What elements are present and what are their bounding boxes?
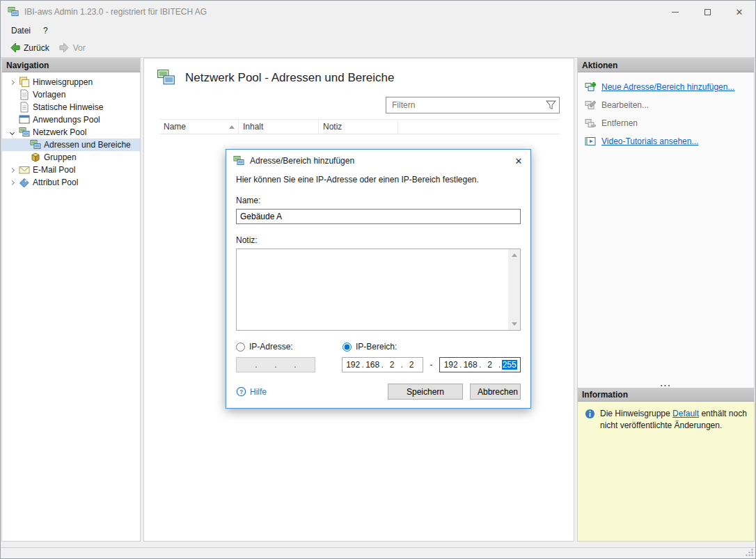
chevron-right-icon[interactable] (9, 79, 14, 84)
page-title: Netzwerk Pool - Adressen und Bereiche (185, 71, 395, 85)
tree-item-email-pool[interactable]: E-Mail Pool (2, 164, 140, 176)
action-label: Neue Adresse/Bereich hinzufügen... (601, 82, 734, 92)
tree-item-adressen-und-bereiche[interactable]: Adressen und Bereiche (2, 139, 140, 151)
range-end-field[interactable]: 192.168.2.255 (439, 357, 521, 372)
back-label: Zurück (24, 43, 49, 53)
action-edit[interactable]: Bearbeiten... (578, 96, 754, 114)
chevron-right-icon[interactable] (9, 180, 14, 184)
tree-label: Netzwerk Pool (33, 127, 86, 137)
svg-text:?: ? (239, 388, 243, 395)
forward-button[interactable]: Vor (54, 40, 90, 55)
close-icon: ✕ (736, 7, 743, 17)
range-start-field[interactable]: 192.168.2.2 (342, 357, 423, 372)
column-header-notiz[interactable]: Notiz (319, 120, 398, 134)
tree-label: Attribut Pool (33, 178, 78, 187)
network-icon (30, 139, 41, 150)
name-field[interactable] (236, 209, 521, 224)
tree-label: Anwendungs Pool (33, 115, 100, 125)
action-label: Bearbeiten... (601, 100, 649, 110)
tree-item-attribut-pool[interactable]: Attribut Pool (2, 176, 140, 189)
tree-label: Adressen und Bereiche (44, 140, 131, 150)
single-ip-field[interactable]: ... (236, 357, 315, 372)
tree-item-netzwerk-pool[interactable]: Netzwerk Pool (2, 126, 140, 139)
video-icon (585, 136, 596, 147)
document-icon (19, 102, 30, 113)
tree-item-anwendungs-pool[interactable]: Anwendungs Pool (2, 113, 140, 126)
information-header: Information (578, 388, 754, 402)
radio-ip-address[interactable]: IP-Adresse: (236, 342, 342, 352)
document-icon (19, 89, 30, 100)
action-remove[interactable]: Entfernen (578, 114, 754, 132)
envelope-icon (19, 164, 30, 175)
save-button[interactable]: Speichern (388, 384, 463, 400)
note-label: Notiz: (236, 235, 521, 245)
forward-label: Vor (73, 43, 86, 53)
filter-funnel-icon (546, 100, 556, 110)
resize-grip[interactable] (745, 548, 754, 557)
note-field[interactable] (237, 249, 508, 330)
menu-help[interactable]: ? (37, 24, 54, 38)
actions-panel: Aktionen Neue Adresse/Bereich hinzufügen… (577, 58, 755, 542)
network-icon (19, 127, 30, 138)
tree-label: Statische Hinweise (33, 102, 103, 112)
tree-item-vorlagen[interactable]: Vorlagen (2, 88, 140, 101)
notes-stack-icon (19, 77, 30, 88)
chevron-right-icon[interactable] (9, 167, 14, 172)
navigation-header: Navigation (2, 58, 140, 72)
help-icon: ? (236, 386, 246, 397)
app-icon (8, 6, 19, 17)
tree-label: E-Mail Pool (33, 165, 75, 175)
close-button[interactable]: ✕ (723, 1, 755, 23)
scroll-down-icon[interactable] (508, 318, 520, 330)
note-scrollbar[interactable] (508, 249, 520, 330)
action-label: Entfernen (601, 118, 638, 128)
toolbar: Zurück Vor (1, 38, 755, 58)
default-group-link[interactable]: Default (672, 409, 699, 418)
package-box-icon (30, 152, 41, 163)
tree-label: Hinweisgruppen (33, 77, 93, 87)
sort-ascending-icon (229, 125, 235, 129)
back-button[interactable]: Zurück (5, 40, 54, 55)
radio-ip-range[interactable]: IP-Bereich: (342, 342, 397, 352)
chevron-down-icon[interactable] (9, 129, 14, 134)
action-video-tutorials[interactable]: Video-Tutorials ansehen... (578, 132, 754, 150)
name-label: Name: (236, 196, 521, 205)
filter-box (386, 97, 560, 113)
network-icon (233, 155, 244, 166)
tag-icon (19, 177, 30, 188)
tree-item-gruppen[interactable]: Gruppen (2, 151, 140, 164)
maximize-button[interactable] (691, 1, 723, 23)
dialog-title: Adresse/Bereich hinzufügen (250, 156, 501, 166)
tree-item-statische-hinweise[interactable]: Statische Hinweise (2, 101, 140, 113)
cancel-button[interactable]: Abbrechen (470, 384, 521, 400)
dialog-description: Hier können Sie eine IP-Adresse oder ein… (236, 175, 521, 184)
ip-address-radio[interactable] (236, 343, 245, 352)
tree-item-hinweisgruppen[interactable]: Hinweisgruppen (2, 76, 140, 88)
status-bar (1, 547, 755, 558)
navigation-tree: Hinweisgruppen Vorlagen (2, 72, 140, 189)
column-header-name[interactable]: Name (159, 120, 239, 134)
help-link[interactable]: ? Hilfe (236, 386, 267, 397)
menu-datei[interactable]: Datei (5, 24, 37, 38)
network-add-icon (585, 81, 596, 93)
forward-arrow-icon (59, 42, 70, 53)
add-address-dialog: Adresse/Bereich hinzufügen ✕ Hier können… (226, 149, 531, 409)
navigation-panel: Navigation Hinweisgruppen (1, 58, 141, 542)
panel-splitter[interactable]: ... (578, 379, 754, 388)
info-text-prefix: Die Hinweisgruppe (600, 409, 672, 418)
minimize-button[interactable] (659, 1, 691, 23)
info-icon (585, 409, 595, 419)
back-arrow-icon (10, 42, 20, 53)
window-title: IBI-aws Admin 1.23.0 - registriert für I… (24, 7, 659, 17)
action-add-address[interactable]: Neue Adresse/Bereich hinzufügen... (578, 78, 754, 96)
tree-label: Vorlagen (33, 90, 65, 100)
filter-input[interactable] (392, 100, 546, 110)
app-window-icon (19, 114, 30, 125)
dialog-close-button[interactable]: ✕ (507, 151, 530, 171)
app-window: IBI-aws Admin 1.23.0 - registriert für I… (0, 0, 756, 559)
menu-bar: Datei ? (1, 23, 755, 38)
ip-range-radio[interactable] (342, 343, 352, 352)
dialog-title-bar: Adresse/Bereich hinzufügen ✕ (226, 150, 530, 172)
scroll-up-icon[interactable] (508, 249, 520, 261)
column-header-inhalt[interactable]: Inhalt (239, 120, 319, 134)
